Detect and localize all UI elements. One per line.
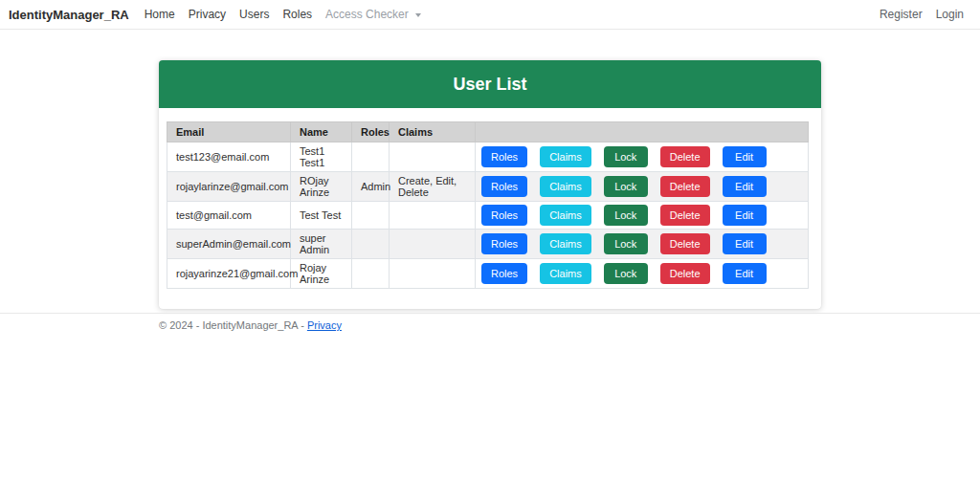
roles-button[interactable]: Roles	[481, 146, 527, 167]
copyright-text: © 2024 - IdentityManager_RA -	[159, 319, 304, 331]
nav-dropdown-access-checker[interactable]: Access Checker	[319, 8, 428, 21]
delete-button[interactable]: Delete	[660, 205, 710, 226]
user-list-card: User List Email Name Roles Claims	[159, 60, 821, 309]
delete-button[interactable]: Delete	[660, 176, 710, 197]
cell-claims	[390, 142, 476, 172]
page-footer: © 2024 - IdentityManager_RA - Privacy	[0, 313, 980, 331]
edit-button[interactable]: Edit	[723, 233, 767, 254]
nav-item-users[interactable]: Users	[233, 8, 276, 21]
header-roles: Roles	[352, 122, 390, 142]
edit-button[interactable]: Edit	[723, 263, 767, 284]
claims-button[interactable]: Claims	[540, 263, 591, 284]
cell-actions: Roles Claims Lock Delete Edit	[476, 259, 809, 289]
user-table-body: test123@email.com Test1 Test1 Roles Clai…	[167, 142, 809, 289]
table-row: superAdmin@email.com super Admin Roles C…	[167, 230, 809, 259]
header-claims: Claims	[390, 122, 476, 142]
cell-email: test@gmail.com	[167, 202, 291, 230]
card-header: User List	[159, 60, 821, 108]
cell-actions: Roles Claims Lock Delete Edit	[476, 172, 809, 202]
edit-button[interactable]: Edit	[723, 205, 767, 226]
delete-button[interactable]: Delete	[660, 263, 710, 284]
navbar-right: Register Login	[873, 8, 970, 21]
delete-button[interactable]: Delete	[660, 146, 710, 167]
main-container: User List Email Name Roles Claims	[159, 60, 821, 309]
roles-button[interactable]: Roles	[481, 176, 527, 197]
cell-email: superAdmin@email.com	[167, 230, 291, 259]
edit-button[interactable]: Edit	[723, 176, 767, 197]
table-header-row: Email Name Roles Claims	[167, 122, 809, 142]
cell-claims	[390, 259, 476, 289]
nav-item-privacy[interactable]: Privacy	[182, 8, 233, 21]
claims-button[interactable]: Claims	[540, 176, 591, 197]
cell-name: super Admin	[291, 230, 352, 259]
header-email: Email	[167, 122, 291, 142]
cell-email: test123@email.com	[167, 142, 291, 172]
chevron-down-icon	[415, 13, 421, 17]
lock-button[interactable]: Lock	[604, 263, 648, 284]
cell-actions: Roles Claims Lock Delete Edit	[476, 142, 809, 172]
claims-button[interactable]: Claims	[540, 233, 591, 254]
cell-roles: Admin	[352, 172, 390, 202]
cell-actions: Roles Claims Lock Delete Edit	[476, 202, 809, 230]
nav-item-home[interactable]: Home	[138, 8, 182, 21]
nav-item-roles[interactable]: Roles	[276, 8, 319, 21]
claims-button[interactable]: Claims	[540, 205, 591, 226]
cell-roles	[352, 259, 390, 289]
claims-button[interactable]: Claims	[540, 146, 591, 167]
card-body: Email Name Roles Claims test123@email.co…	[159, 108, 821, 309]
table-row: test123@email.com Test1 Test1 Roles Clai…	[167, 142, 809, 172]
table-row: rojayarinze21@gmail.com Rojay Arinze Rol…	[167, 259, 809, 289]
lock-button[interactable]: Lock	[604, 205, 648, 226]
lock-button[interactable]: Lock	[604, 146, 648, 167]
table-row: test@gmail.com Test Test Roles Claims Lo…	[167, 202, 809, 230]
cell-claims	[390, 202, 476, 230]
roles-button[interactable]: Roles	[481, 263, 527, 284]
cell-name: ROjay Arinze	[291, 172, 352, 202]
cell-email: rojaylarinze@gmail.com	[167, 172, 291, 202]
nav-item-login[interactable]: Login	[929, 8, 970, 21]
cell-roles	[352, 230, 390, 259]
access-checker-label: Access Checker	[325, 8, 409, 21]
cell-roles	[352, 142, 390, 172]
header-actions	[476, 122, 809, 142]
page-title: User List	[453, 75, 526, 95]
user-table: Email Name Roles Claims test123@email.co…	[167, 121, 809, 289]
cell-name: Test Test	[291, 202, 352, 230]
table-row: rojaylarinze@gmail.com ROjay Arinze Admi…	[167, 172, 809, 202]
cell-name: Test1 Test1	[291, 142, 352, 172]
header-name: Name	[291, 122, 352, 142]
brand-link[interactable]: IdentityManager_RA	[9, 8, 129, 22]
edit-button[interactable]: Edit	[723, 146, 767, 167]
cell-actions: Roles Claims Lock Delete Edit	[476, 230, 809, 259]
lock-button[interactable]: Lock	[604, 233, 648, 254]
navbar-left: IdentityManager_RA Home Privacy Users Ro…	[9, 8, 428, 22]
cell-claims: Create, Edit, Delete	[390, 172, 476, 202]
cell-roles	[352, 202, 390, 230]
footer-privacy-link[interactable]: Privacy	[307, 319, 342, 331]
cell-name: Rojay Arinze	[291, 259, 352, 289]
lock-button[interactable]: Lock	[604, 176, 648, 197]
cell-email: rojayarinze21@gmail.com	[167, 259, 291, 289]
roles-button[interactable]: Roles	[481, 205, 527, 226]
roles-button[interactable]: Roles	[481, 233, 527, 254]
nav-item-register[interactable]: Register	[873, 8, 929, 21]
top-navbar: IdentityManager_RA Home Privacy Users Ro…	[0, 0, 980, 30]
cell-claims	[390, 230, 476, 259]
delete-button[interactable]: Delete	[660, 233, 710, 254]
